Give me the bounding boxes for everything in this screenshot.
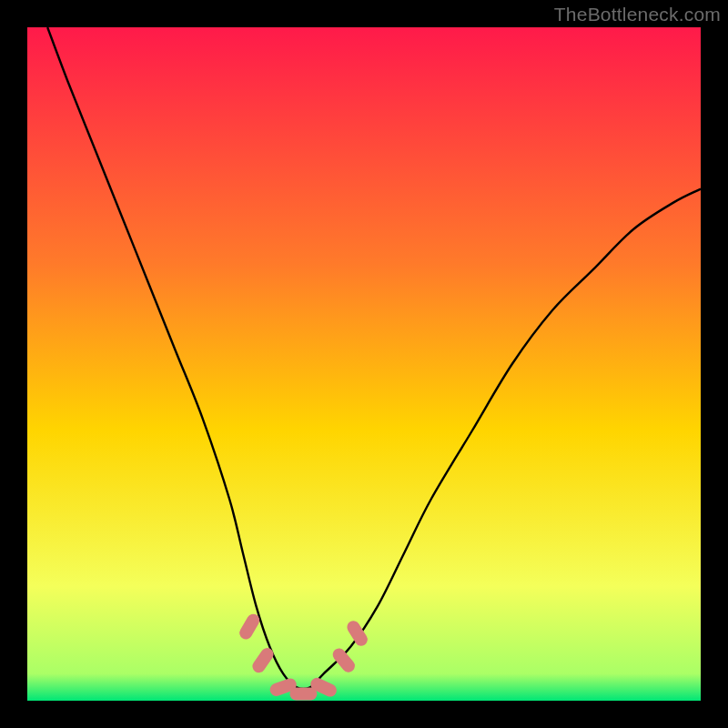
plot-area xyxy=(27,27,701,701)
watermark-text: TheBottleneck.com xyxy=(554,4,721,25)
plot-svg xyxy=(27,27,701,701)
gradient-background xyxy=(27,27,701,701)
curve-marker xyxy=(289,688,317,701)
chart-frame: TheBottleneck.com xyxy=(0,0,728,728)
